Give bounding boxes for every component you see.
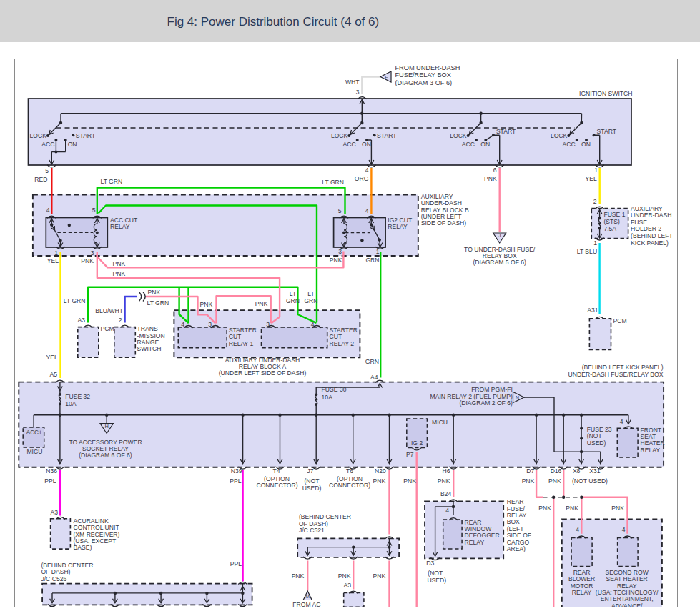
svg-text:PNK: PNK [403,477,416,485]
svg-text:PNK: PNK [373,477,386,485]
svg-text:SWITCH: SWITCH [137,345,162,352]
svg-text:USED): USED) [587,439,606,447]
svg-text:PPL: PPL [230,560,242,567]
svg-text:START: START [597,128,617,135]
svg-text:3: 3 [338,248,342,255]
svg-text:1: 1 [594,167,598,174]
svg-text:(STS): (STS) [603,218,620,225]
svg-text:FUSE 30: FUSE 30 [322,386,347,393]
svg-text:FROM PGM-FI: FROM PGM-FI [471,386,513,393]
svg-text:ORG: ORG [355,175,369,182]
svg-text:X31: X31 [589,467,601,475]
svg-text:J/C C521: J/C C521 [299,527,325,534]
svg-text:10A: 10A [65,400,77,407]
svg-text:GRN: GRN [286,297,300,304]
svg-text:4: 4 [365,207,369,214]
svg-text:PNK: PNK [484,175,497,182]
svg-text:H: H [104,423,108,429]
svg-text:(DIAGRAM 2 OF 6): (DIAGRAM 2 OF 6) [459,399,513,407]
svg-text:LT BLU: LT BLU [577,248,597,255]
svg-text:D7: D7 [526,467,534,475]
svg-text:PCM: PCM [613,317,627,324]
svg-text:4: 4 [445,507,449,514]
svg-text:6: 6 [493,167,497,174]
svg-text:FUSE 23: FUSE 23 [587,426,612,433]
svg-text:USED): USED) [427,577,446,584]
svg-text:ON: ON [68,141,77,148]
svg-text:PNK: PNK [338,572,351,580]
svg-text:4: 4 [365,167,369,174]
svg-text:J: J [498,232,501,239]
svg-text:RELAY: RELAY [110,223,130,230]
svg-text:LOCK: LOCK [450,132,467,139]
svg-text:LOCK: LOCK [331,132,348,139]
svg-text:MICU: MICU [26,448,42,455]
svg-text:N20: N20 [375,467,386,475]
svg-text:4: 4 [620,418,623,425]
svg-text:3: 3 [266,321,270,328]
svg-text:YEL: YEL [585,175,596,182]
svg-text:3: 3 [91,249,94,257]
svg-text:UNDER-DASH FUSE/RELAY BOX: UNDER-DASH FUSE/RELAY BOX [568,371,664,378]
svg-text:4: 4 [622,526,626,533]
svg-text:(BEHIND LEFT KICK PANEL): (BEHIND LEFT KICK PANEL) [582,364,664,371]
svg-text:1: 1 [54,249,58,257]
svg-text:RELAY 2: RELAY 2 [330,340,355,347]
svg-text:(UNDER LEFT SIDE OF DASH): (UNDER LEFT SIDE OF DASH) [219,369,307,377]
svg-text:P7: P7 [406,451,414,458]
svg-text:A3: A3 [50,509,58,516]
svg-text:M: M [305,594,310,599]
svg-text:X8: X8 [573,467,581,475]
svg-text:ACC: ACC [462,141,475,148]
svg-text:D3: D3 [426,560,434,567]
svg-text:YEL: YEL [46,354,57,361]
svg-text:FROM AC: FROM AC [292,601,320,608]
svg-text:WHT: WHT [345,79,360,86]
svg-text:(DIAGRAM 6 OF 6): (DIAGRAM 6 OF 6) [79,452,132,459]
svg-text:MAIN RELAY 2 (FUEL PUMP): MAIN RELAY 2 (FUEL PUMP) [430,393,513,400]
svg-text:2: 2 [593,198,597,205]
svg-text:PNK: PNK [538,505,551,512]
svg-text:ON: ON [581,141,591,148]
svg-text:AREA): AREA) [507,545,526,552]
svg-text:PNK: PNK [113,260,126,267]
svg-text:A3: A3 [343,582,351,589]
svg-text:4: 4 [181,321,184,328]
svg-text:FUSE: FUSE [631,219,647,226]
svg-text:4: 4 [576,526,579,533]
svg-text:N39: N39 [231,467,242,475]
svg-text:5: 5 [338,207,342,214]
svg-text:1: 1 [593,239,597,247]
svg-text:1: 1 [376,248,380,255]
svg-text:J7: J7 [307,467,314,475]
svg-text:PNK: PNK [255,300,268,307]
svg-text:RELAY: RELAY [465,539,485,546]
svg-text:FUSE 1: FUSE 1 [603,211,625,218]
svg-text:J/C C526: J/C C526 [41,575,66,582]
svg-text:LT: LT [290,290,297,297]
svg-text:ACC: ACC [563,141,576,148]
svg-text:AUXILIARY: AUXILIARY [631,205,663,212]
svg-text:FROM UNDER-DASH: FROM UNDER-DASH [395,64,460,71]
svg-text:3: 3 [356,89,360,96]
svg-text:4: 4 [46,207,50,214]
svg-text:PNK: PNK [548,477,561,485]
svg-text:GRN: GRN [304,297,317,304]
svg-text:ON: ON [362,141,371,148]
svg-text:START: START [377,132,397,139]
svg-text:IG 2: IG 2 [411,439,423,447]
svg-text:T6: T6 [346,467,353,475]
svg-text:4: 4 [311,321,315,328]
svg-text:BLU/WHT: BLU/WHT [95,307,123,314]
svg-text:(BEHIND LEFT: (BEHIND LEFT [631,232,673,239]
svg-text:RELAY: RELAY [572,589,592,596]
svg-text:GRN: GRN [365,257,379,264]
svg-text:CONNECTOR): CONNECTOR) [329,482,370,489]
svg-text:RELAY: RELAY [641,447,661,454]
svg-text:RELAY 1: RELAY 1 [229,340,254,347]
svg-text:(NOT: (NOT [304,477,320,485]
svg-text:F: F [385,75,388,80]
svg-text:7.5A: 7.5A [603,225,616,232]
svg-text:PNK: PNK [611,505,624,512]
svg-text:KICK PANEL): KICK PANEL) [631,239,669,247]
